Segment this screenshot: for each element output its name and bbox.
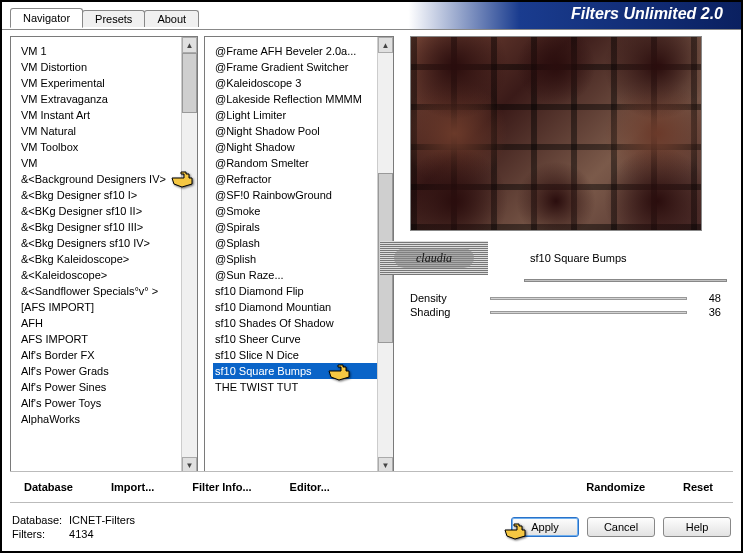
list-item[interactable]: @Kaleidoscope 3 bbox=[213, 75, 389, 91]
tab-strip: Navigator Presets About bbox=[10, 8, 198, 27]
list-item[interactable]: @Splish bbox=[213, 251, 389, 267]
list-item[interactable]: VM Extravaganza bbox=[19, 91, 193, 107]
category-scrollbar[interactable]: ▲ ▼ bbox=[181, 37, 197, 473]
slider-value: 36 bbox=[697, 306, 721, 318]
list-item[interactable]: VM Natural bbox=[19, 123, 193, 139]
slider-value: 48 bbox=[697, 292, 721, 304]
list-item[interactable]: VM Experimental bbox=[19, 75, 193, 91]
list-item[interactable]: &<Bkg Designer sf10 III> bbox=[19, 219, 193, 235]
filter-preview bbox=[410, 36, 702, 231]
status-bar: Database: ICNET-Filters Filters: 4134 Ap… bbox=[12, 509, 731, 545]
list-item[interactable]: @Sun Raze... bbox=[213, 267, 389, 283]
slider-label: Shading bbox=[410, 306, 480, 318]
list-item[interactable]: VM Instant Art bbox=[19, 107, 193, 123]
scroll-up-icon[interactable]: ▲ bbox=[182, 37, 197, 53]
scroll-up-icon[interactable]: ▲ bbox=[378, 37, 393, 53]
list-item[interactable]: VM Toolbox bbox=[19, 139, 193, 155]
list-item[interactable]: sf10 Square Bumps bbox=[213, 363, 389, 379]
list-item[interactable]: Alf's Border FX bbox=[19, 347, 193, 363]
list-item[interactable]: &<Bkg Kaleidoscope> bbox=[19, 251, 193, 267]
list-item[interactable]: @Refractor bbox=[213, 171, 389, 187]
filter-info-button[interactable]: Filter Info... bbox=[182, 477, 261, 497]
cancel-button[interactable]: Cancel bbox=[587, 517, 655, 537]
list-item[interactable]: @Splash bbox=[213, 235, 389, 251]
tab-about[interactable]: About bbox=[144, 10, 199, 27]
list-item[interactable]: &<BKg Designer sf10 II> bbox=[19, 203, 193, 219]
category-list[interactable]: VM 1VM DistortionVM ExperimentalVM Extra… bbox=[10, 36, 198, 474]
filters-count: 4134 bbox=[69, 528, 93, 540]
reset-button[interactable]: Reset bbox=[673, 477, 723, 497]
button-bar: Database Import... Filter Info... Editor… bbox=[10, 471, 733, 503]
list-item[interactable]: Alf's Power Grads bbox=[19, 363, 193, 379]
randomize-button[interactable]: Randomize bbox=[576, 477, 655, 497]
selected-filter-name: sf10 Square Bumps bbox=[530, 252, 627, 264]
list-item[interactable]: &<Sandflower Specials°v° > bbox=[19, 283, 193, 299]
slider-shading: Shading 36 bbox=[410, 306, 721, 318]
list-item[interactable]: @Night Shadow bbox=[213, 139, 389, 155]
preview-panel: claudia sf10 Square Bumps Density 48 Sha… bbox=[404, 36, 733, 474]
list-item[interactable]: Alf's Power Sines bbox=[19, 379, 193, 395]
list-item[interactable]: &<Bkg Designers sf10 IV> bbox=[19, 235, 193, 251]
list-item[interactable]: sf10 Sheer Curve bbox=[213, 331, 389, 347]
list-item[interactable]: Alf's Power Toys bbox=[19, 395, 193, 411]
list-item[interactable]: @Smoke bbox=[213, 203, 389, 219]
list-item[interactable]: [AFS IMPORT] bbox=[19, 299, 193, 315]
status-text: Database: ICNET-Filters Filters: 4134 bbox=[12, 513, 135, 541]
db-value: ICNET-Filters bbox=[69, 514, 135, 526]
list-item[interactable]: @Night Shadow Pool bbox=[213, 123, 389, 139]
list-item[interactable]: @Lakeside Reflection MMMM bbox=[213, 91, 389, 107]
filter-list[interactable]: @Frame AFH Beveler 2.0a...@Frame Gradien… bbox=[204, 36, 394, 474]
list-item[interactable]: &<Kaleidoscope> bbox=[19, 267, 193, 283]
watermark-text: claudia bbox=[416, 251, 452, 266]
editor-button[interactable]: Editor... bbox=[280, 477, 340, 497]
list-item[interactable]: AFS IMPORT bbox=[19, 331, 193, 347]
list-item[interactable]: VM 1 bbox=[19, 43, 193, 59]
list-item[interactable]: @Random Smelter bbox=[213, 155, 389, 171]
help-button[interactable]: Help bbox=[663, 517, 731, 537]
list-item[interactable]: AlphaWorks bbox=[19, 411, 193, 427]
list-item[interactable]: @Frame Gradient Switcher bbox=[213, 59, 389, 75]
slider-label: Density bbox=[410, 292, 480, 304]
slider-density: Density 48 bbox=[410, 292, 721, 304]
slider-track[interactable] bbox=[490, 311, 687, 314]
filter-name-row: claudia sf10 Square Bumps bbox=[410, 241, 727, 275]
list-item[interactable]: &<Bkg Designer sf10 I> bbox=[19, 187, 193, 203]
list-item[interactable]: @Spirals bbox=[213, 219, 389, 235]
import-button[interactable]: Import... bbox=[101, 477, 164, 497]
list-item[interactable]: VM Distortion bbox=[19, 59, 193, 75]
separator bbox=[524, 279, 727, 282]
slider-track[interactable] bbox=[490, 297, 687, 300]
tab-navigator[interactable]: Navigator bbox=[10, 8, 83, 28]
list-item[interactable]: @Frame AFH Beveler 2.0a... bbox=[213, 43, 389, 59]
list-item[interactable]: @Light Limiter bbox=[213, 107, 389, 123]
list-item[interactable]: @SF!0 RainbowGround bbox=[213, 187, 389, 203]
list-item[interactable]: AFH bbox=[19, 315, 193, 331]
list-item[interactable]: VM bbox=[19, 155, 193, 171]
list-item[interactable]: sf10 Slice N Dice bbox=[213, 347, 389, 363]
db-label: Database: bbox=[12, 513, 66, 527]
app-title: Filters Unlimited 2.0 bbox=[571, 5, 723, 23]
list-item[interactable]: sf10 Shades Of Shadow bbox=[213, 315, 389, 331]
title-bar: Navigator Presets About Filters Unlimite… bbox=[2, 2, 741, 30]
list-item[interactable]: &<Background Designers IV> bbox=[19, 171, 193, 187]
apply-button[interactable]: Apply bbox=[511, 517, 579, 537]
list-item[interactable]: sf10 Diamond Mountian bbox=[213, 299, 389, 315]
tab-presets[interactable]: Presets bbox=[82, 10, 145, 27]
list-item[interactable]: sf10 Diamond Flip bbox=[213, 283, 389, 299]
scroll-thumb[interactable] bbox=[182, 53, 197, 113]
main-content: VM 1VM DistortionVM ExperimentalVM Extra… bbox=[2, 30, 741, 480]
watermark: claudia bbox=[380, 241, 488, 275]
filters-label: Filters: bbox=[12, 527, 66, 541]
database-button[interactable]: Database bbox=[14, 477, 83, 497]
list-item[interactable]: THE TWIST TUT bbox=[213, 379, 389, 395]
